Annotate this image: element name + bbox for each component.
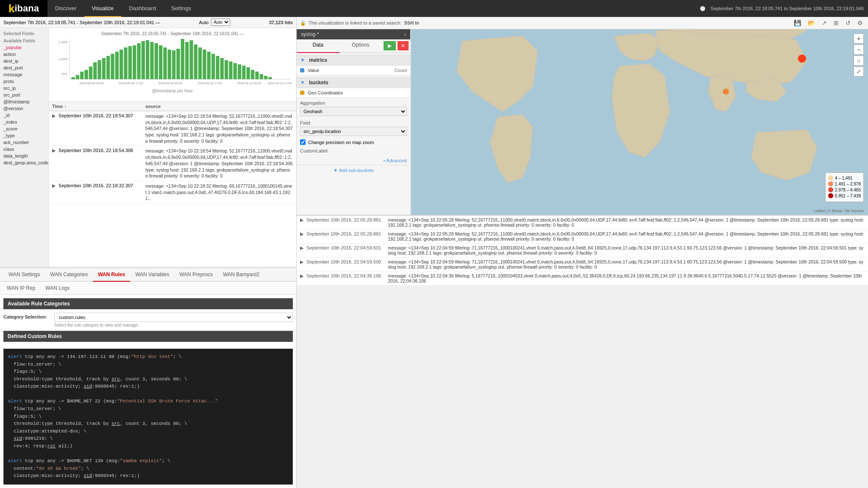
nav-discover[interactable]: Discover — [47, 0, 84, 17]
code-line-14: alert tcp any any -> $HOME_NET 139 (msg:… — [8, 458, 288, 465]
wan-tab-settings[interactable]: WAN Settings — [3, 268, 45, 282]
viz-save-icon[interactable]: 💾 — [792, 19, 803, 27]
code-line-5 — [8, 391, 288, 398]
sidebar-field-index[interactable]: _index — [0, 119, 48, 125]
viz-share-icon[interactable]: ↗ — [820, 19, 829, 27]
sidebar-field-data-length[interactable]: data_length — [0, 152, 48, 159]
wan-tab-preprocs[interactable]: WAN Preprocs — [174, 268, 218, 282]
svg-rect-26 — [163, 47, 167, 79]
nav-visualize[interactable]: Visualize — [84, 0, 122, 17]
zoom-out-btn[interactable]: − — [854, 44, 864, 55]
wan-tab-rules[interactable]: WAN Rules — [93, 268, 130, 282]
svg-rect-48 — [260, 74, 263, 79]
viz-refresh-icon[interactable]: ↺ — [844, 19, 852, 27]
svg-rect-8 — [84, 70, 88, 79]
right-discover-row-0: ▶ September 10th 2016, 22:05:28.881 mess… — [297, 216, 868, 230]
right-expand-3[interactable]: ▶ — [300, 259, 303, 264]
sidebar-field-src-port[interactable]: src_port — [0, 92, 48, 98]
right-msg-0: message: <134>Sep 10 22:05:28 filterlog:… — [384, 216, 868, 230]
svg-rect-14 — [111, 54, 114, 79]
right-expand-4[interactable]: ▶ — [300, 273, 303, 278]
svg-rect-46 — [251, 70, 254, 79]
sidebar-field-proto[interactable]: proto — [0, 78, 48, 85]
expand-btn-2[interactable]: ▶ — [52, 183, 56, 188]
svg-rect-23 — [150, 42, 153, 79]
aggregation-select[interactable]: Geohash — [300, 107, 407, 116]
wan-tab-variables[interactable]: WAN Variables — [130, 268, 174, 282]
sidebar-field-class[interactable]: class — [0, 146, 48, 152]
defined-custom-rules-header: Defined Custom Rules — [3, 331, 293, 342]
table-row: ▶ September 10th 2016, 22:18:32.307 mess… — [49, 181, 296, 203]
source-column-header[interactable]: source — [142, 102, 296, 111]
right-expand-0[interactable]: ▶ — [300, 217, 303, 222]
aggregation-label: Aggregation — [300, 100, 407, 105]
sidebar-field-timestamp[interactable]: @timestamp — [0, 98, 48, 105]
nav-settings[interactable]: Settings — [164, 0, 199, 17]
index-pattern-label: syslog-* — [301, 31, 319, 37]
wan-subtab-ip-rep[interactable]: WAN IP Rep — [3, 283, 39, 293]
viz-tab-options[interactable]: Options — [339, 39, 382, 53]
field-select[interactable]: src_geoip.location — [300, 127, 407, 136]
viz-saved-search: 🔒 This visualization is linked to a save… — [300, 20, 419, 26]
legend-item-2: 2.978 – 4.465 — [828, 187, 861, 192]
sidebar-field-message[interactable]: message — [0, 71, 48, 78]
legend-dot-0 — [828, 175, 833, 180]
wan-tab-barnyard2[interactable]: WAN Barnyard2 — [218, 268, 264, 282]
wan-tab-categories[interactable]: WAN Categories — [45, 268, 93, 282]
viz-settings-icon[interactable]: ⚙ — [856, 19, 865, 27]
run-button[interactable]: ▶ — [384, 41, 396, 50]
svg-text:2016-09-09 05:00: 2016-09-09 05:00 — [158, 82, 182, 85]
sidebar-field-src-ip[interactable]: src_ip — [0, 85, 48, 92]
expand-btn-0[interactable]: ▶ — [52, 113, 56, 118]
code-line-11: sid:9001219; \ — [8, 435, 288, 443]
sidebar-field-popular[interactable]: _popular — [0, 44, 48, 51]
sidebar-field-dest-ip[interactable]: dest_ip — [0, 58, 48, 64]
sidebar-field-dest-geop[interactable]: dest_geop.area_code — [0, 159, 48, 166]
legend-label-1: 1.491 – 2.978 — [835, 182, 861, 186]
sidebar-field-action[interactable]: action — [0, 51, 48, 58]
home-btn[interactable]: ⌂ — [854, 55, 864, 66]
precision-checkbox[interactable] — [300, 139, 306, 145]
viz-load-icon[interactable]: 📂 — [806, 19, 817, 27]
nav-dashboard[interactable]: Dashboard — [121, 0, 164, 17]
sidebar-field-id[interactable]: _id — [0, 112, 48, 119]
code-editor[interactable]: alert tcp any any -> 134.197.113.11 80 (… — [3, 349, 293, 485]
expand-btn-1[interactable]: ▶ — [52, 148, 56, 153]
sidebar-field-score[interactable]: _score — [0, 125, 48, 132]
right-expand-2[interactable]: ▶ — [300, 245, 303, 250]
metric-label: Value — [308, 68, 319, 73]
left-panel: September 7th 2016, 22:18:05.741 - Septe… — [0, 17, 297, 488]
close-viz-button[interactable]: ✕ — [398, 41, 409, 50]
code-line-4: classtype:misc-activity; sid:9000045; re… — [8, 383, 288, 391]
svg-text:500: 500 — [61, 72, 67, 76]
right-expand-1[interactable]: ▶ — [300, 231, 303, 236]
metric-value-item[interactable]: Value Count — [297, 66, 410, 75]
advanced-link[interactable]: • Advanced — [297, 156, 410, 165]
kibana-top-bar: kibana Discover Visualize Dashboard Sett… — [0, 0, 868, 17]
category-select[interactable]: custom.rules — [54, 313, 293, 322]
right-msg-3: message: <134>Sep 10 22:04:59 filterlog:… — [384, 258, 868, 272]
svg-rect-32 — [189, 40, 193, 79]
viz-sidebar: syslog-* › Data Options ▶ ✕ ▼ metrics — [297, 29, 411, 215]
available-fields-label: Available Fields — [0, 37, 48, 44]
fullscreen-btn[interactable]: ⤢ — [854, 67, 864, 77]
sidebar-field-ack[interactable]: ack_number — [0, 139, 48, 146]
time-column-header[interactable]: Time ↑ — [49, 102, 142, 111]
sidebar-field-dest-port[interactable]: dest_port — [0, 64, 48, 71]
zoom-in-btn[interactable]: + — [854, 33, 864, 44]
sidebar-field-version[interactable]: @version — [0, 105, 48, 112]
svg-rect-18 — [128, 46, 132, 79]
wan-subtab-logs[interactable]: WAN Logs — [42, 283, 73, 293]
sidebar-field-type[interactable]: _type — [0, 132, 48, 139]
right-bottom: ▶ September 10th 2016, 22:05:28.881 mess… — [297, 216, 868, 488]
svg-text:2016-09-08 17:00: 2016-09-08 17:00 — [119, 82, 143, 85]
map-attribution: Leaflet | © Elastic Tile Service — [813, 209, 864, 213]
svg-rect-34 — [198, 47, 202, 79]
auto-select[interactable]: Auto — [211, 19, 230, 26]
viz-tab-data[interactable]: Data — [297, 39, 339, 53]
add-subbuckets-btn[interactable]: ▼ Add sub-buckets — [297, 165, 410, 175]
available-rule-categories-header: Available Rule Categories — [3, 298, 293, 309]
geo-coord-item[interactable]: Geo Coordinates — [297, 88, 410, 98]
viz-embed-icon[interactable]: ⊞ — [832, 19, 840, 27]
svg-rect-30 — [181, 39, 184, 79]
